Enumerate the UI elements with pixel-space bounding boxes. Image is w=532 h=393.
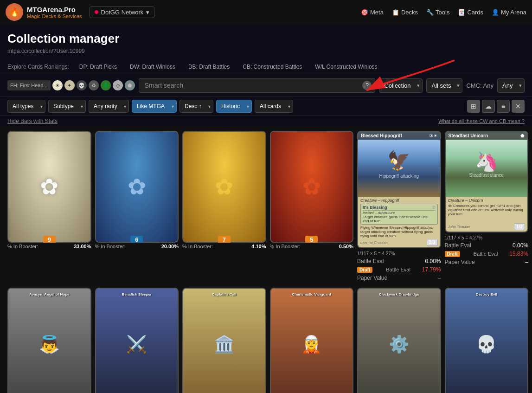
- what-cw-link[interactable]: What do all these CW and CB mean ?: [438, 118, 525, 124]
- cloud-view-btn[interactable]: ☁: [482, 100, 495, 113]
- grid-view-btn[interactable]: ⊞: [467, 100, 480, 113]
- card-image-red[interactable]: ✿ 5: [270, 131, 354, 243]
- tab-constructed-battles[interactable]: CB: Constructed Battles: [236, 61, 308, 74]
- hippogriff-card: 🦅 Hippogriff attacking Blessed Hippogrif…: [357, 131, 441, 248]
- mana-diamond-icon[interactable]: ◇: [113, 80, 123, 90]
- detail-card-unicorn[interactable]: 🦄 Steadfast stance Steadfast Unicorn ⬟ C…: [445, 131, 529, 284]
- search-input[interactable]: [139, 78, 376, 93]
- adventure-box: It's Blessing ② Instant – Adventure Targ…: [360, 204, 438, 225]
- card-stat-row-gold: % In Booster: 4.10%: [182, 244, 266, 249]
- subtype-select[interactable]: Subtype: [48, 100, 86, 113]
- collection-select[interactable]: Collection: [379, 78, 423, 93]
- mana-white-icon[interactable]: ☀: [52, 80, 63, 90]
- my-arena-icon: 👤: [492, 9, 499, 16]
- card-avacyn[interactable]: Avacyn, Angel of Hope 👼 ⑤☀☀☀: [7, 288, 91, 393]
- card-item-red: ✿ 5 % In Booster: 0.50%: [270, 131, 354, 284]
- captains-name-label: Captain's Call: [212, 292, 237, 296]
- historic-select[interactable]: Historic: [216, 100, 252, 113]
- unicorn-footer: John Thacker 1/2: [448, 223, 526, 230]
- card-count-badge-red: 5: [270, 236, 354, 243]
- cmc-select-wrapper: Any: [497, 78, 525, 93]
- type-select-wrapper: All types: [7, 100, 45, 113]
- hippogriff-pt: 2/3: [427, 239, 438, 246]
- in-booster-val-white: 33.00%: [74, 244, 91, 249]
- mana-color-icons: FH: First Head... ☀ ✦ 💀 ♻ 🌲 ◇ ⬟: [7, 80, 135, 90]
- in-booster-label-red: % In Booster:: [270, 244, 301, 249]
- lotus-symbol-gold: ✿: [215, 174, 233, 200]
- card-image-gold[interactable]: ✿ 7: [182, 131, 266, 243]
- mana-skeleton-icon[interactable]: 💀: [77, 80, 87, 90]
- unicorn-type: Creature – Unicorn: [448, 198, 526, 203]
- sort-select-wrapper: Desc ↑: [179, 100, 213, 113]
- network-badge[interactable]: DotGG Network ▾: [90, 6, 155, 18]
- list-view-btn[interactable]: ≡: [497, 100, 510, 113]
- nav-meta[interactable]: 🎯 Meta: [361, 9, 384, 16]
- mana-white2-icon[interactable]: ✦: [64, 80, 75, 90]
- logo[interactable]: 🔥 MTGArena.Pro Magic Decks & Services: [6, 3, 82, 21]
- tab-draft-battles[interactable]: DB: Draft Battles: [182, 61, 236, 74]
- nav-decks[interactable]: 📋 Decks: [392, 9, 418, 16]
- card-charismatic-wrap: Charismatic Vanguard 🧝 ②☀: [270, 288, 354, 393]
- card-pool-select[interactable]: All cards: [255, 100, 293, 113]
- rarity-select[interactable]: Any rarity: [89, 100, 129, 113]
- mana-tree-icon[interactable]: 🌲: [101, 80, 111, 90]
- cmc-select[interactable]: Any: [497, 78, 525, 93]
- tab-draft-picks[interactable]: DP: Draft Picks: [73, 61, 123, 74]
- tab-draft-winloss[interactable]: DW: Draft Winloss: [123, 61, 182, 74]
- unicorn-card: 🦄 Steadfast stance Steadfast Unicorn ⬟ C…: [445, 131, 529, 232]
- charismatic-art: 🧝: [301, 335, 322, 354]
- card-destroy[interactable]: Destroy Evil 💀 ①☀: [445, 288, 529, 393]
- lotus-symbol-white: ✿: [40, 174, 58, 200]
- card-captains[interactable]: Captain's Call 🏛️ ③☀: [182, 288, 266, 393]
- logo-text: MTGArena.Pro Magic Decks & Services: [27, 6, 82, 19]
- destroy-name-label: Destroy Evil: [476, 292, 497, 296]
- avacyn-art: 👼: [39, 335, 60, 354]
- filter-row-2: All types Subtype Any rarity Like MTGA D…: [0, 97, 532, 116]
- hippogriff-flavor: Hippogriff attacking: [379, 174, 419, 179]
- card-benalish[interactable]: Benalish Sleeper ⚔️ ①☀: [95, 288, 179, 393]
- unicorn-pt: 1/2: [514, 223, 525, 230]
- card-art-blue: ✿: [95, 131, 179, 243]
- adventure-cost: ②: [432, 205, 436, 210]
- hippogriff-text: Flying Whenever Blessed Hippogriff attac…: [360, 225, 438, 238]
- card-avacyn-wrap: Avacyn, Angel of Hope 👼 ⑤☀☀☀: [7, 288, 91, 393]
- detail-card-hippogriff[interactable]: 🦅 Hippogriff attacking Blessed Hippogrif…: [357, 131, 441, 284]
- adventure-type: Instant – Adventure: [363, 210, 436, 215]
- type-select[interactable]: All types: [7, 100, 45, 113]
- unicorn-artist: John Thacker: [448, 225, 470, 229]
- nav-cards[interactable]: 🃏 Cards: [458, 9, 483, 16]
- network-label: DotGG Network: [101, 9, 144, 16]
- allsets-select[interactable]: All sets: [426, 78, 462, 93]
- card-clockwork[interactable]: Clockwork Drawbridge ⚙️ ☀: [357, 288, 441, 393]
- nav-tools[interactable]: 🔧 Tools: [426, 9, 449, 16]
- sort-select[interactable]: Desc ↑: [179, 100, 213, 113]
- in-booster-label-blue: % In Booster:: [95, 244, 126, 249]
- close-filter-btn[interactable]: ✕: [512, 100, 525, 113]
- unicorn-art: 🦄 Steadfast stance Steadfast Unicorn ⬟: [446, 132, 528, 197]
- card-image-white[interactable]: ✿ 9: [7, 131, 91, 243]
- filter-row-1: FH: First Head... ☀ ✦ 💀 ♻ 🌲 ◇ ⬟ ? Collec…: [0, 74, 532, 97]
- mana-recycle-icon[interactable]: ♻: [89, 80, 99, 90]
- card-stats-white: % In Booster: 33.00%: [7, 244, 91, 249]
- format-select[interactable]: Like MTGA: [132, 100, 177, 113]
- tab-wl-constructed[interactable]: W/L Constructed Winloss: [308, 61, 384, 74]
- hippogriff-artist: Leanna Crossan: [360, 240, 388, 245]
- unicorn-flavor: Steadfast stance: [469, 173, 504, 178]
- hippogriff-cost: ③☀: [429, 133, 437, 138]
- hippogriff-paper: Paper Value –: [357, 274, 441, 282]
- card-charismatic[interactable]: Charismatic Vanguard 🧝 ②☀: [270, 288, 354, 393]
- hide-bars-btn[interactable]: Hide Bars with Stats: [7, 118, 58, 124]
- hippogriff-type: Creature – Hippogriff: [360, 198, 438, 203]
- unicorn-ratio: 1/117 × 5 = 4.27%: [445, 234, 529, 241]
- nav-my-arena[interactable]: 👤 My Arena: [492, 9, 526, 16]
- card-stat-row-blue: % In Booster: 20.00%: [95, 244, 179, 249]
- paper-val-h: –: [438, 275, 441, 281]
- adventure-title: It's Blessing: [363, 205, 387, 210]
- hide-bars-row: Hide Bars with Stats What do all these C…: [0, 116, 532, 126]
- card-count-red: 5: [305, 236, 318, 243]
- mana-multi-icon[interactable]: ⬟: [125, 80, 135, 90]
- clockwork-art: ⚙️: [389, 335, 410, 354]
- rarity-select-wrapper: Any rarity: [89, 100, 129, 113]
- page-url: mtga.cc/collection/?User.10999: [7, 48, 525, 54]
- card-image-blue[interactable]: ✿ 6: [95, 131, 179, 243]
